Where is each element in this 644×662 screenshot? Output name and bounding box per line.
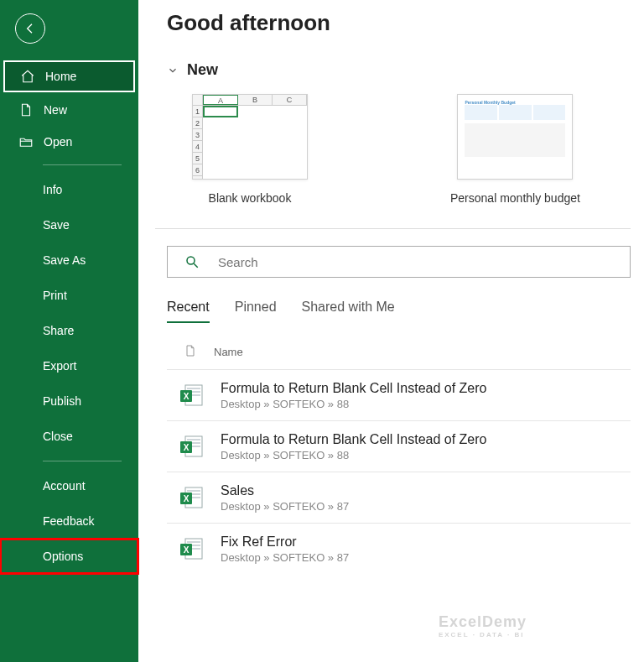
tab-recent[interactable]: Recent: [167, 300, 210, 323]
back-button[interactable]: [15, 13, 45, 44]
column-name: Name: [214, 346, 243, 358]
backstage-sidebar: Home New Open Info Save Save As Print Sh…: [0, 0, 138, 662]
recent-file-item[interactable]: X Formula to Return Blank Cell Instead o…: [167, 369, 631, 420]
file-path: Desktop » SOFTEKO » 88: [221, 398, 486, 410]
recent-file-list: X Formula to Return Blank Cell Instead o…: [167, 369, 631, 574]
nav-new[interactable]: New: [0, 94, 138, 126]
search-box[interactable]: [167, 246, 631, 278]
template-gallery: ABC 1234567 Blank workbook Personal Mont…: [192, 94, 631, 205]
file-name: Formula to Return Blank Cell Instead of …: [221, 432, 486, 447]
file-name: Formula to Return Blank Cell Instead of …: [221, 381, 486, 396]
svg-text:X: X: [184, 443, 190, 452]
file-name: Fix Ref Error: [221, 534, 349, 550]
excel-file-icon: X: [177, 380, 207, 410]
file-name: Sales: [221, 483, 349, 498]
svg-rect-20: [187, 541, 200, 543]
recent-file-item[interactable]: X Fix Ref Error Desktop » SOFTEKO » 87: [167, 523, 631, 574]
section-title: New: [187, 61, 218, 79]
recent-tabs: Recent Pinned Shared with Me: [167, 300, 631, 323]
svg-text:X: X: [184, 392, 190, 401]
tab-shared-with-me[interactable]: Shared with Me: [302, 300, 395, 323]
svg-rect-14: [187, 490, 200, 492]
file-path: Desktop » SOFTEKO » 87: [221, 551, 349, 564]
svg-rect-2: [187, 388, 200, 389]
section-divider: [155, 228, 631, 229]
excel-file-icon: X: [177, 482, 207, 513]
sidebar-divider: [43, 461, 122, 461]
template-label: Personal monthly budget: [450, 191, 580, 205]
nav-print[interactable]: Print: [0, 278, 138, 313]
new-section-toggle[interactable]: New: [167, 61, 631, 79]
recent-file-item[interactable]: X Formula to Return Blank Cell Instead o…: [167, 420, 631, 472]
file-path: Desktop » SOFTEKO » 88: [221, 449, 486, 461]
nav-save[interactable]: Save: [0, 207, 138, 242]
search-input[interactable]: [218, 255, 613, 269]
template-blank-workbook[interactable]: ABC 1234567 Blank workbook: [192, 94, 308, 205]
svg-text:X: X: [184, 494, 190, 503]
nav-export[interactable]: Export: [0, 348, 138, 383]
chevron-down-icon: [167, 65, 179, 76]
file-list-header: Name: [167, 331, 631, 369]
recent-file-item[interactable]: X Sales Desktop » SOFTEKO » 87: [167, 472, 631, 523]
svg-point-0: [187, 257, 195, 264]
main-content: Good afternoon New ABC 1234567 Blank wor…: [138, 0, 644, 662]
folder-open-icon: [18, 134, 34, 149]
nav-account[interactable]: Account: [0, 468, 138, 503]
template-label: Blank workbook: [209, 191, 292, 205]
nav-save-as[interactable]: Save As: [0, 242, 138, 278]
search-icon: [184, 254, 200, 269]
nav-label: New: [44, 103, 67, 117]
home-icon: [20, 69, 35, 84]
nav-label: Home: [45, 70, 76, 83]
nav-open[interactable]: Open: [0, 126, 138, 158]
template-thumbnail: Personal Monthly Budget: [457, 94, 573, 180]
tab-pinned[interactable]: Pinned: [235, 300, 277, 323]
template-personal-monthly-budget[interactable]: Personal Monthly Budget Personal monthly…: [450, 94, 580, 205]
nav-share[interactable]: Share: [0, 313, 138, 348]
template-thumbnail: ABC 1234567: [192, 94, 308, 180]
svg-text:X: X: [184, 545, 190, 555]
nav-label: Open: [44, 135, 72, 149]
svg-rect-8: [187, 439, 200, 440]
sidebar-divider: [43, 164, 122, 165]
nav-close[interactable]: Close: [0, 419, 138, 454]
file-path: Desktop » SOFTEKO » 87: [221, 500, 349, 513]
greeting-title: Good afternoon: [167, 10, 631, 36]
arrow-left-icon: [23, 22, 37, 35]
document-icon: [18, 102, 34, 117]
nav-info[interactable]: Info: [0, 172, 138, 207]
excel-file-icon: X: [177, 534, 207, 564]
nav-feedback[interactable]: Feedback: [0, 503, 138, 539]
excel-file-icon: X: [177, 431, 207, 461]
nav-options[interactable]: Options: [0, 539, 138, 574]
watermark: ExcelDemy EXCEL · DATA · BI: [439, 613, 527, 639]
nav-home[interactable]: Home: [3, 60, 135, 92]
document-icon: [184, 343, 197, 361]
nav-publish[interactable]: Publish: [0, 383, 138, 419]
